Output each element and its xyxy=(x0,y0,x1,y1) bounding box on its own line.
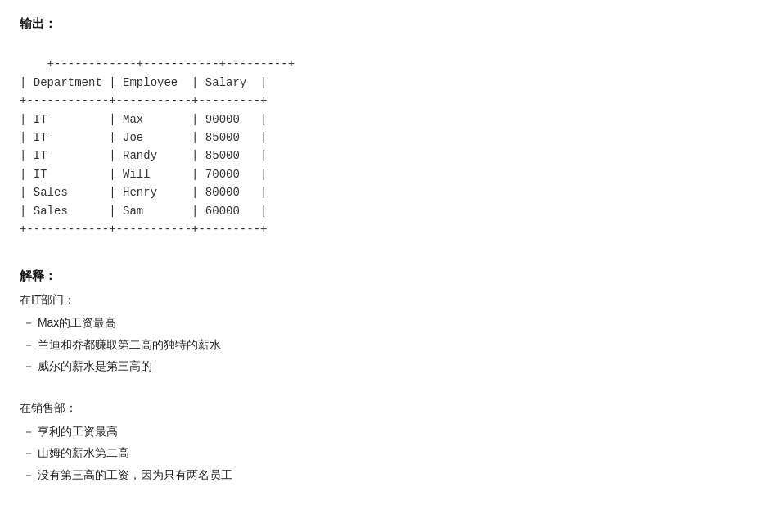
sales-item-3: － 没有第三高的工资，因为只有两名员工 xyxy=(20,464,764,486)
sales-item-1: － 亨利的工资最高 xyxy=(20,421,764,443)
explanation-section: 解释： 在IT部门： － Max的工资最高 － 兰迪和乔都赚取第二高的独特的薪水… xyxy=(20,268,764,486)
it-item-1: － Max的工资最高 xyxy=(20,312,764,334)
table-row-6: | Sales | Sam | 60000 | xyxy=(20,205,267,218)
explanation-body: 在IT部门： － Max的工资最高 － 兰迪和乔都赚取第二高的独特的薪水 － 威… xyxy=(20,289,764,486)
it-section-header: 在IT部门： xyxy=(20,289,764,311)
table-row-1: | IT | Max | 90000 | xyxy=(20,113,267,126)
output-label: 输出： xyxy=(20,16,764,32)
explanation-label: 解释： xyxy=(20,268,764,284)
table-row-4: | IT | Will | 70000 | xyxy=(20,168,267,181)
table-separator-bot: +------------+-----------+---------+ xyxy=(20,223,267,236)
sales-item-2: － 山姆的薪水第二高 xyxy=(20,442,764,464)
table-row-5: | Sales | Henry | 80000 | xyxy=(20,186,267,199)
ascii-table: +------------+-----------+---------+ | D… xyxy=(20,37,764,257)
table-separator-top: +------------+-----------+---------+ xyxy=(47,57,295,70)
table-separator-mid: +------------+-----------+---------+ xyxy=(20,94,267,107)
it-item-2: － 兰迪和乔都赚取第二高的独特的薪水 xyxy=(20,334,764,356)
it-item-3: － 威尔的薪水是第三高的 xyxy=(20,355,764,377)
table-header: | Department | Employee | Salary | xyxy=(20,76,267,89)
output-section: 输出： +------------+-----------+---------+… xyxy=(20,16,764,257)
table-row-2: | IT | Joe | 85000 | xyxy=(20,131,267,144)
table-row-3: | IT | Randy | 85000 | xyxy=(20,149,267,162)
sales-section-header: 在销售部： xyxy=(20,397,764,419)
spacer xyxy=(20,377,764,389)
